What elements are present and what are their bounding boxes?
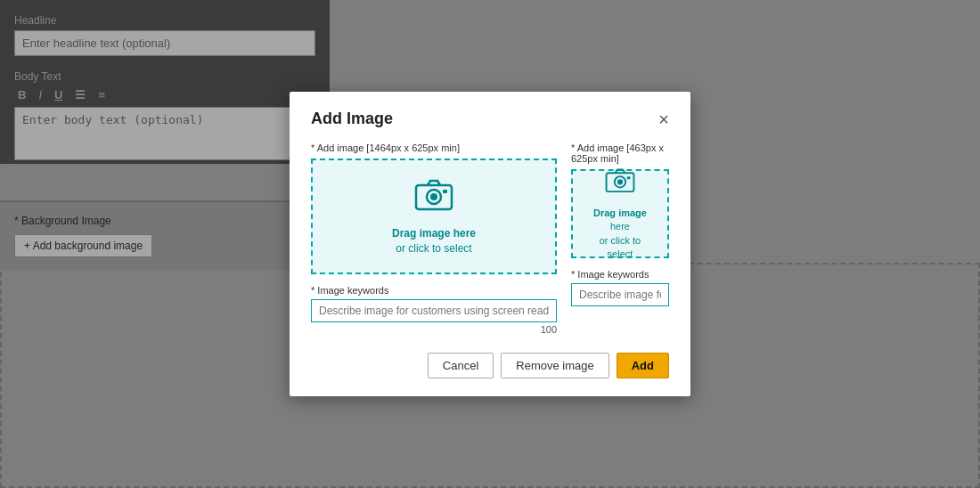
camera-icon-small: [605, 167, 635, 199]
large-image-column: * Add image [1464px x 625px min] Drag im…: [311, 142, 557, 335]
large-keyword-input[interactable]: [311, 299, 557, 322]
small-image-dropzone[interactable]: Drag image here or click to select: [571, 169, 669, 258]
remove-image-button[interactable]: Remove image: [501, 353, 608, 378]
large-image-dropzone[interactable]: Drag image here or click to select: [311, 159, 557, 274]
modal-close-button[interactable]: ×: [658, 110, 669, 128]
add-button[interactable]: Add: [617, 353, 669, 378]
small-keyword-label: * Image keywords: [571, 269, 669, 280]
svg-rect-7: [627, 176, 631, 179]
svg-point-2: [430, 193, 437, 200]
small-image-column: * Add image [463px x 625px min] Drag ima…: [571, 142, 669, 335]
small-keyword-section: * Image keywords: [571, 269, 669, 306]
large-image-label: * Add image [1464px x 625px min]: [311, 142, 557, 153]
large-dropzone-text: Drag image here or click to select: [392, 226, 476, 256]
large-keyword-count: 100: [311, 324, 557, 335]
large-keyword-label: * Image keywords: [311, 285, 557, 296]
camera-icon-large: [414, 177, 453, 219]
modal-header: Add Image ×: [311, 110, 669, 128]
cancel-button[interactable]: Cancel: [428, 353, 494, 378]
modal-content: * Add image [1464px x 625px min] Drag im…: [311, 142, 669, 335]
small-image-label: * Add image [463px x 625px min]: [571, 142, 669, 164]
small-dropzone-text: Drag image here or click to select: [593, 207, 647, 262]
add-image-modal: Add Image × * Add image [1464px x 625px …: [290, 92, 690, 396]
svg-point-6: [617, 179, 623, 184]
svg-rect-3: [443, 190, 447, 193]
small-keyword-input[interactable]: [571, 283, 669, 306]
modal-title: Add Image: [311, 110, 393, 128]
modal-footer: Cancel Remove image Add: [311, 353, 669, 378]
large-keyword-section: * Image keywords 100: [311, 285, 557, 335]
